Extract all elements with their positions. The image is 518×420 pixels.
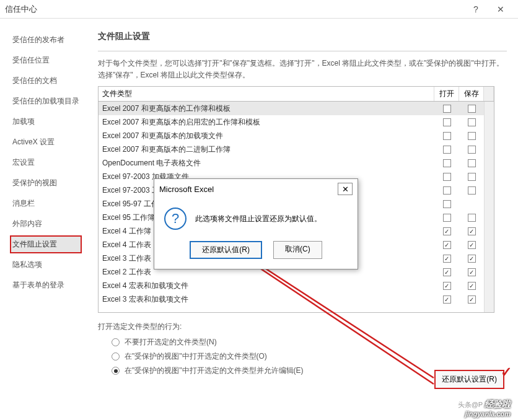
radio-label: 不要打开选定的文件类型(N) — [125, 337, 217, 348]
dialog-body: ? 此选项将文件阻止设置还原为默认值。 — [154, 199, 358, 235]
open-cell — [434, 227, 459, 235]
dialog-close-button[interactable]: ✕ — [338, 183, 353, 195]
sidebar-item-4[interactable]: 加载项 — [10, 113, 82, 131]
table-row[interactable]: Excel 2007 和更高版本的二进制工作簿 — [99, 142, 494, 156]
save-checkbox[interactable] — [468, 214, 476, 222]
save-cell — [459, 268, 484, 276]
filetype-label: Excel 2007 和更高版本的加载项文件 — [102, 131, 434, 141]
sidebar-item-7[interactable]: 受保护的视图 — [10, 174, 82, 192]
save-cell — [459, 282, 484, 290]
dialog-buttons: 还原默认值(R) 取消(C) — [154, 235, 358, 269]
window-title: 信任中心 — [5, 4, 463, 15]
th-filetype[interactable]: 文件类型 — [99, 87, 434, 101]
dialog-ok-button[interactable]: 还原默认值(R) — [190, 241, 262, 259]
radio-row-1[interactable]: 在"受保护的视图"中打开选定的文件类型(O) — [112, 351, 507, 362]
save-checkbox[interactable] — [468, 241, 476, 249]
restore-defaults-button[interactable]: 还原默认设置(R) — [434, 370, 504, 389]
open-cell — [434, 118, 459, 126]
open-cell — [434, 159, 459, 167]
sidebar-item-6[interactable]: 宏设置 — [10, 154, 82, 172]
radio-button[interactable] — [112, 338, 120, 346]
open-checkbox[interactable] — [443, 186, 451, 195]
filetype-label: OpenDocument 电子表格文件 — [102, 158, 434, 168]
save-checkbox[interactable] — [468, 255, 476, 263]
scrollbar[interactable] — [484, 102, 494, 312]
sidebar-item-0[interactable]: 受信任的发布者 — [10, 31, 82, 49]
dialog-message: 此选项将文件阻止设置还原为默认值。 — [195, 214, 322, 224]
table-row[interactable]: OpenDocument 电子表格文件 — [99, 156, 494, 170]
save-cell — [459, 295, 484, 304]
dialog-ok-label: 还原默认值(R) — [202, 245, 250, 254]
table-row[interactable]: Excel 2007 和更高版本的启用宏的工作簿和模板 — [99, 115, 494, 129]
sidebar-item-9[interactable]: 外部内容 — [10, 215, 82, 233]
save-checkbox[interactable] — [468, 282, 476, 290]
open-checkbox[interactable] — [443, 241, 451, 249]
sidebar-item-1[interactable]: 受信任位置 — [10, 51, 82, 69]
sidebar-item-11[interactable]: 隐私选项 — [10, 256, 82, 274]
save-cell — [459, 227, 484, 235]
watermark: 头条@P 经验啦 jingyanla.com — [458, 399, 511, 418]
open-checkbox[interactable] — [443, 227, 451, 235]
filetype-label: Excel 3 宏表和加载项文件 — [102, 294, 434, 305]
save-checkbox[interactable] — [468, 132, 476, 140]
table-row[interactable]: Excel 4 宏表和加载项文件 — [99, 279, 494, 292]
dialog-cancel-label: 取消(C) — [285, 245, 310, 253]
panel-title: 文件阻止设置 — [98, 31, 507, 42]
table-row[interactable]: Excel 2007 和更高版本的加载项文件 — [99, 129, 494, 142]
open-checkbox[interactable] — [443, 132, 451, 140]
dialog-titlebar: Microsoft Excel ✕ — [154, 179, 358, 199]
sidebar-item-12[interactable]: 基于表单的登录 — [10, 276, 82, 294]
dialog-cancel-button[interactable]: 取消(C) — [273, 241, 322, 259]
help-button[interactable]: ? — [463, 0, 488, 19]
sidebar-item-3[interactable]: 受信任的加载项目录 — [10, 92, 82, 110]
save-checkbox[interactable] — [468, 159, 476, 167]
save-checkbox[interactable] — [468, 186, 476, 195]
open-checkbox[interactable] — [443, 295, 451, 304]
radio-button[interactable] — [112, 352, 120, 361]
table-row[interactable]: Excel 3 宏表和加载项文件 — [99, 292, 494, 306]
open-checkbox[interactable] — [443, 282, 451, 290]
sidebar-item-8[interactable]: 消息栏 — [10, 195, 82, 212]
open-checkbox[interactable] — [443, 214, 451, 222]
open-cell — [434, 173, 459, 181]
open-checkbox[interactable] — [443, 173, 451, 181]
sidebar-item-2[interactable]: 受信任的文档 — [10, 72, 82, 90]
open-checkbox[interactable] — [443, 255, 451, 263]
sidebar-item-5[interactable]: ActiveX 设置 — [10, 133, 82, 151]
sidebar-item-10[interactable]: 文件阻止设置 — [10, 235, 82, 253]
behavior-title: 打开选定文件类型的行为: — [98, 322, 507, 332]
open-checkbox[interactable] — [443, 268, 451, 276]
open-cell — [434, 282, 459, 290]
open-cell — [434, 214, 459, 222]
watermark-line3: jingyanla.com — [465, 410, 511, 418]
th-save[interactable]: 保存 — [459, 87, 484, 101]
save-cell — [459, 105, 484, 113]
save-checkbox[interactable] — [468, 146, 476, 154]
watermark-line1: 头条@P — [458, 401, 483, 408]
save-checkbox[interactable] — [468, 227, 476, 235]
save-cell — [459, 146, 484, 154]
open-checkbox[interactable] — [443, 105, 451, 113]
filetype-label: Excel 2007 和更高版本的二进制工作簿 — [102, 144, 434, 155]
th-open[interactable]: 打开 — [434, 87, 459, 101]
save-cell — [459, 173, 484, 181]
open-checkbox[interactable] — [443, 118, 451, 126]
radio-row-0[interactable]: 不要打开选定的文件类型(N) — [112, 337, 507, 348]
save-checkbox[interactable] — [468, 105, 476, 113]
save-checkbox[interactable] — [468, 173, 476, 181]
save-cell — [459, 214, 484, 222]
open-checkbox[interactable] — [443, 200, 451, 208]
close-button[interactable]: ✕ — [488, 0, 513, 19]
save-checkbox[interactable] — [468, 295, 476, 304]
open-cell — [434, 200, 459, 208]
filetype-label: Excel 4 宏表和加载项文件 — [102, 281, 434, 291]
table-row[interactable]: Excel 2007 和更高版本的工作簿和模板 — [99, 102, 494, 115]
open-checkbox[interactable] — [443, 159, 451, 167]
open-checkbox[interactable] — [443, 146, 451, 154]
radio-button[interactable] — [112, 367, 120, 375]
save-cell — [459, 241, 484, 249]
save-checkbox[interactable] — [468, 268, 476, 276]
save-checkbox[interactable] — [468, 118, 476, 126]
th-scrollbar — [484, 87, 494, 101]
confirm-dialog: Microsoft Excel ✕ ? 此选项将文件阻止设置还原为默认值。 还原… — [154, 178, 358, 269]
